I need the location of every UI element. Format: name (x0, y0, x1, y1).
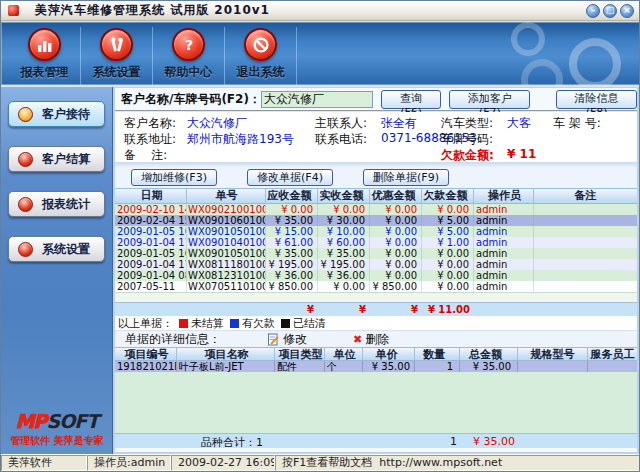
debt-amount-label: 欠款金额: (441, 147, 494, 164)
total-receivable: ¥ 1,227.00 (266, 303, 318, 316)
detail-label: 单据的详细信息： (125, 331, 221, 348)
edit-note-icon (267, 333, 280, 346)
table-row[interactable]: 2009-01-04 17:1WX081118010001¥ 195.00¥ 1… (115, 259, 637, 270)
customer-info: 客户名称: 大众汽修厂 主联系人: 张全有 汽车类型: 大客 车 架 号: 联系… (115, 112, 637, 162)
delete-order-button[interactable]: 删除单据(F9) (363, 169, 449, 186)
detail-section-bar: 单据的详细信息： 修改 ✖ 删除 (115, 330, 637, 347)
search-bar: 客户名称/车牌号码(F2)： 查询(F6) 添加客户(F7) 清除信息(F8) (115, 88, 637, 112)
add-customer-button[interactable]: 添加客户(F7) (449, 90, 530, 109)
car-type-value: 大客 (507, 115, 531, 132)
variety-total-label: 品种合计：1 (201, 435, 263, 450)
decorative-ring (511, 22, 545, 56)
bar-chart-icon (28, 28, 61, 61)
customer-search-input[interactable] (261, 91, 373, 108)
status-help: 按F1查看帮助文档 http://www.mpsoft.net (275, 455, 640, 471)
status-datetime: 2009-02-27 16:09:38 (171, 455, 275, 471)
contact-label: 主联系人: (315, 115, 367, 132)
sidebar-item-customer-reception[interactable]: 客户接待 (8, 101, 105, 127)
toolbar-item-help[interactable]: ? 帮助中心 (153, 27, 225, 85)
query-button[interactable]: 查询(F6) (381, 90, 442, 109)
decorative-ring (569, 38, 621, 87)
minimize-button[interactable]: – (586, 4, 600, 18)
add-repair-button[interactable]: 增加维修(F3) (131, 169, 217, 186)
unsettled-color-swatch (179, 319, 188, 328)
total-debt: ¥ 11.00 (422, 303, 474, 316)
table-row[interactable]: 2009-02-10 14:3WX090210010001¥ 0.00¥ 0.0… (115, 204, 637, 215)
contact-value: 张全有 (381, 115, 417, 132)
decorative-ring (521, 59, 563, 87)
frame-no-label: 车 架 号: (553, 115, 601, 132)
table-row[interactable]: 2009-01-05 16:1WX090105010002¥ 15.00¥ 10… (115, 226, 637, 237)
detail-row-selected[interactable]: 191821021E 叶子板L前-JET 配件 个 ¥ 35.00 1 ¥ 35… (115, 361, 637, 372)
customer-name-label: 客户名称: (124, 115, 176, 132)
settlement-icon (18, 152, 33, 167)
plate-no-label: 车牌号码: (441, 131, 493, 148)
status-operator: 操作员:admin (87, 455, 171, 471)
table-row[interactable]: 2007-05-11WX070511010001¥ 850.00¥ 0.00¥ … (115, 281, 637, 292)
table-row-selected[interactable]: 2009-02-04 15:2WX090106010004¥ 35.00¥ 30… (115, 215, 637, 226)
total-received: ¥ 366.00 (318, 303, 370, 316)
toolbar-item-reports[interactable]: 报表管理 (9, 27, 81, 85)
sidebar-item-report-statistics[interactable]: 报表统计 (8, 191, 105, 217)
summary-amount: ¥ 35.00 (463, 435, 515, 448)
main-panel: 客户名称/车牌号码(F2)： 查询(F6) 添加客户(F7) 清除信息(F8) … (113, 87, 639, 454)
detail-summary-row: 品种合计：1 1 ¥ 35.00 (115, 433, 637, 448)
car-type-label: 汽车类型: (441, 115, 493, 132)
reception-icon (18, 107, 33, 122)
settings-icon (18, 242, 33, 257)
status-brand: 美萍软件 (1, 455, 87, 471)
customer-name-value: 大众汽修厂 (187, 115, 247, 132)
modify-item-button[interactable]: 修改 (267, 331, 307, 348)
window-title: 美萍汽车维修管理系统 试用版 2010v1 (35, 2, 270, 19)
summary-qty: 1 (415, 435, 457, 448)
toolbar: 报表管理 系统设置 ? 帮助中心 退出系统 (1, 21, 640, 87)
toolbar-item-settings[interactable]: 系统设置 (81, 27, 153, 85)
table-row[interactable]: 2009-01-04 17:1WX090104010001¥ 61.00¥ 60… (115, 237, 637, 248)
table-filler (115, 292, 637, 302)
legend-label: 以上单据： (118, 316, 173, 331)
modify-order-button[interactable]: 修改单据(F4) (247, 169, 333, 186)
status-legend: 以上单据： 未结算 有欠款 已结清 (115, 316, 637, 330)
close-button[interactable]: × (620, 4, 634, 18)
app-icon (8, 5, 19, 16)
order-actions: 增加维修(F3) 修改单据(F4) 删除单据(F9) (115, 167, 637, 188)
statistics-icon (18, 197, 33, 212)
detail-table-header: 项目编号 项目名称 项目类型 单位 单价 数量 总金额 规格型号 服务员工 (115, 347, 637, 361)
svg-text:?: ? (184, 37, 192, 53)
status-bar: 美萍软件 操作员:admin 2009-02-27 16:09:38 按F1查看… (1, 454, 640, 471)
brand-slogan: 管理软件 美萍是专家 (1, 434, 113, 448)
totals-row: ¥ 1,227.00 ¥ 366.00 ¥ 850.00 ¥ 11.00 (115, 302, 637, 316)
app-window: 美萍汽车维修管理系统 试用版 2010v1 – □ × 报表管理 系统设置 ? … (0, 0, 640, 472)
table-row[interactable]: 2009-01-05 16:2WX090105010003¥ 35.00¥ 35… (115, 248, 637, 259)
maximize-button[interactable]: □ (603, 4, 617, 18)
settled-color-swatch (281, 319, 290, 328)
orders-table: 日期 单号 应收金额 实收金额 优惠金额 欠款金额 操作员 备注 2009-02… (115, 188, 637, 316)
clear-info-button[interactable]: 清除信息(F8) (556, 90, 637, 109)
phone-label: 联系电话: (315, 131, 367, 148)
question-icon: ? (172, 28, 205, 61)
sidebar-item-system-settings[interactable]: 系统设置 (8, 236, 105, 262)
bottom-gap (115, 448, 637, 452)
search-label: 客户名称/车牌号码(F2)： (121, 91, 261, 108)
memo-label: 备 注: (124, 147, 167, 164)
detail-table-empty-area (115, 372, 637, 433)
sidebar-item-customer-settlement[interactable]: 客户结算 (8, 146, 105, 172)
debt-amount-value: ¥ 11 (507, 147, 536, 161)
title-bar: 美萍汽车维修管理系统 试用版 2010v1 – □ × (1, 1, 639, 21)
tools-icon (100, 28, 133, 61)
delete-x-icon: ✖ (353, 333, 362, 346)
sidebar: 客户接待 客户结算 报表统计 系统设置 MPSOFT 管理软件 美萍是专家 (1, 87, 113, 454)
address-label: 联系地址: (124, 131, 176, 148)
exit-icon (244, 28, 277, 61)
toolbar-item-exit[interactable]: 退出系统 (225, 27, 297, 85)
table-row[interactable]: 2009-01-04 08:5WX081231010042¥ 36.00¥ 36… (115, 270, 637, 281)
delete-item-button[interactable]: ✖ 删除 (353, 331, 389, 348)
debt-color-swatch (230, 319, 239, 328)
address-value: 郑州市航海路193号 (187, 131, 294, 148)
orders-table-header: 日期 单号 应收金额 实收金额 优惠金额 欠款金额 操作员 备注 (115, 189, 637, 204)
total-discount: ¥ 850.00 (370, 303, 422, 316)
brand-logo: MPSOFT 管理软件 美萍是专家 (1, 410, 113, 448)
